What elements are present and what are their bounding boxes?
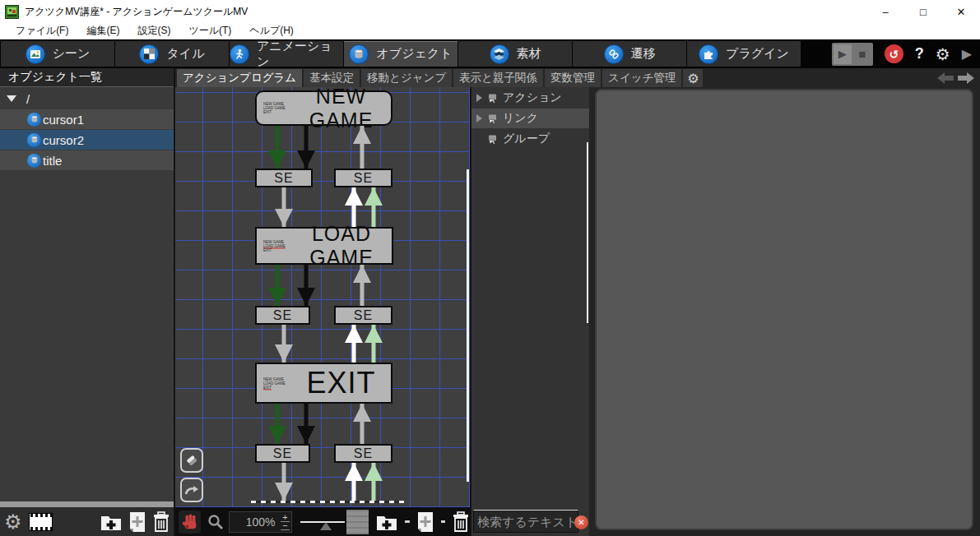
delete-trash-button[interactable] <box>452 511 470 533</box>
trash-icon <box>452 511 470 533</box>
menu-file[interactable]: ファイル(F) <box>7 24 77 38</box>
tree-root-row[interactable]: / <box>0 89 174 109</box>
menu-edit[interactable]: 編集(E) <box>77 24 128 38</box>
canvas-horizontal-scrollbar[interactable] <box>346 510 369 534</box>
redo-curve-button[interactable] <box>180 478 203 502</box>
node-label: EXIT <box>296 366 386 400</box>
tree-item-group[interactable]: グループ <box>471 129 589 149</box>
tab-transition[interactable]: 遷移 <box>573 41 686 67</box>
add-folder-icon <box>375 512 398 532</box>
tab-display-parent[interactable]: 表示と親子関係 <box>453 69 543 87</box>
node-load-game[interactable]: NEW GAME LOAD GAME EXIT LOAD GAME <box>255 227 393 265</box>
material-icon <box>490 44 509 64</box>
panel-vertical-scrollbar[interactable] <box>587 142 588 323</box>
transition-icon <box>604 44 624 64</box>
object-row-title[interactable]: title <box>0 150 174 170</box>
node-se[interactable]: SE <box>255 306 310 325</box>
zoom-stepper: + − <box>278 514 291 530</box>
offscreen-node-dashed-edge <box>251 501 404 503</box>
maximize-button[interactable]: □ <box>904 0 942 23</box>
gear-icon[interactable]: ⚙ <box>4 512 22 532</box>
close-button[interactable]: ✕ <box>942 0 980 23</box>
tab-object[interactable]: オブジェクト <box>344 41 457 67</box>
node-label: LOAD GAME <box>296 222 387 270</box>
node-se[interactable]: SE <box>334 306 392 325</box>
menu-bar: ファイル(F) 編集(E) 設定(S) ツール(T) ヘルプ(H) <box>0 23 980 39</box>
tab-action-program[interactable]: アクションプログラム <box>177 69 302 87</box>
settings-gear-icon[interactable]: ⚙ <box>936 44 950 64</box>
object-label: title <box>43 154 62 168</box>
flow-arrow-green-down <box>267 265 287 306</box>
flow-arrow-gray-up <box>352 404 372 444</box>
node-new-game[interactable]: NEW GAME LOAD GAME EXIT NEW GAME <box>255 90 392 126</box>
zoom-slider[interactable] <box>300 514 344 530</box>
tab-switch-mgmt[interactable]: スイッチ管理 <box>602 69 681 87</box>
zoom-decrease-button[interactable]: − <box>281 522 290 530</box>
chevron-right-icon[interactable] <box>476 94 482 102</box>
node-se[interactable]: SE <box>334 169 392 187</box>
detail-panel-empty-area[interactable] <box>595 89 973 530</box>
clear-search-icon[interactable]: ✕ <box>574 515 588 529</box>
flow-arrow-gray-down <box>274 187 294 227</box>
tab-plugin[interactable]: プラグイン <box>687 41 801 67</box>
collapse-triangle-icon[interactable] <box>7 95 16 102</box>
add-folder-button[interactable] <box>100 512 123 532</box>
search-input[interactable] <box>473 510 578 533</box>
node-se[interactable]: SE <box>255 169 313 187</box>
stop-button[interactable]: ■ <box>853 44 871 64</box>
menu-preview-thumbnail: NEW GAME LOAD GAME EXIT <box>263 95 296 122</box>
add-item-icon <box>416 511 434 533</box>
tab-variable-mgmt[interactable]: 変数管理 <box>545 69 601 87</box>
object-row-cursor2[interactable]: cursor2 <box>0 130 174 150</box>
node-se[interactable]: SE <box>255 444 310 463</box>
flow-arrow-green-down <box>267 404 287 444</box>
menu-tools[interactable]: ツール(T) <box>179 24 240 38</box>
help-icon[interactable]: ? <box>915 45 924 62</box>
undo-icon[interactable]: ↺ <box>885 44 903 63</box>
eraser-tool-button[interactable] <box>180 448 203 473</box>
add-item-button[interactable] <box>128 511 146 533</box>
advance-icon[interactable]: ▶ <box>962 46 972 62</box>
tree-item-label: リンク <box>503 111 538 126</box>
filmstrip-icon[interactable] <box>29 513 53 531</box>
zoom-tool-button[interactable] <box>207 514 224 530</box>
delete-trash-icon[interactable] <box>152 511 170 533</box>
object-row-cursor1[interactable]: cursor1 <box>0 109 174 129</box>
tree-item-action[interactable]: アクション <box>471 88 589 108</box>
canvas-vertical-scrollbar[interactable] <box>467 169 469 482</box>
flow-arrow-green-down <box>267 126 287 169</box>
object-icon <box>27 154 41 168</box>
flow-arrow-lightgreen-up <box>364 325 383 363</box>
editor-gear-icon[interactable]: ⚙ <box>683 69 703 87</box>
object-tree: / cursor1 cursor2 <box>0 87 174 171</box>
flow-arrow-lightgreen-up <box>364 187 383 227</box>
history-forward-icon[interactable] <box>957 72 975 85</box>
menu-settings[interactable]: 設定(S) <box>128 24 179 38</box>
sidebar-horizontal-scrollbar[interactable] <box>0 501 174 507</box>
pan-hand-button[interactable] <box>179 511 201 534</box>
add-item-button[interactable] <box>416 511 434 533</box>
node-se[interactable]: SE <box>334 444 392 463</box>
node-graph-canvas[interactable]: NEW GAME LOAD GAME EXIT NEW GAME <box>175 87 470 507</box>
action-link-panel: アクション リンク グループ ✕ <box>471 87 589 536</box>
chevron-right-icon[interactable] <box>476 114 482 122</box>
tree-item-label: アクション <box>503 90 562 105</box>
node-exit[interactable]: NEW GAME LOAD GAME EXIT EXIT <box>255 363 392 404</box>
tab-tile[interactable]: タイル <box>115 41 229 67</box>
object-icon <box>349 44 369 64</box>
menu-help[interactable]: ヘルプ(H) <box>240 24 303 38</box>
history-back-icon[interactable] <box>936 72 954 85</box>
history-nav <box>936 72 975 85</box>
tab-material[interactable]: 素材 <box>458 41 572 67</box>
tab-animation[interactable]: アニメーション <box>230 41 343 67</box>
tree-item-link[interactable]: リンク <box>471 109 589 128</box>
flow-arrow-black-down <box>296 265 316 306</box>
play-button[interactable]: ▶ <box>834 44 852 64</box>
tab-move-jump[interactable]: 移動とジャンプ <box>361 69 452 87</box>
minimize-button[interactable]: – <box>866 0 904 23</box>
tab-scene[interactable]: シーン <box>1 41 114 67</box>
add-folder-button[interactable] <box>375 512 398 532</box>
tree-root-label: / <box>26 92 30 106</box>
zoom-level-box: 100% + − <box>229 511 292 533</box>
tab-basic-settings[interactable]: 基本設定 <box>304 69 360 87</box>
